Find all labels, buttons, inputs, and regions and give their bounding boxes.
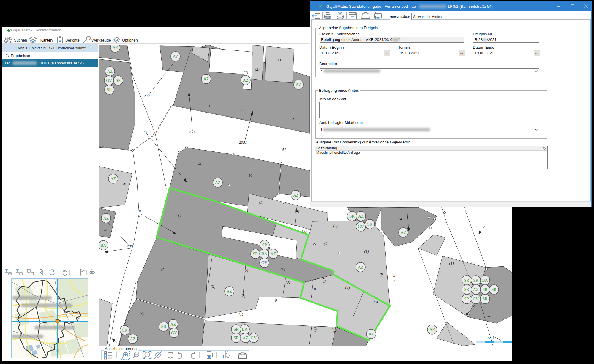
svg-text:AZ: AZ <box>401 230 406 235</box>
svg-text:SR: SR <box>233 327 239 332</box>
svg-text:(4): (4) <box>295 209 299 213</box>
svg-text:(1): (1) <box>449 261 454 265</box>
svg-text:AZ: AZ <box>243 78 249 83</box>
svg-text:116: 116 <box>470 261 476 265</box>
svg-text:SR: SR <box>473 278 478 283</box>
svg-text:AZ: AZ <box>243 336 248 340</box>
svg-text:(2): (2) <box>244 268 248 273</box>
svg-text:AZ: AZ <box>358 214 364 219</box>
svg-text:AZ: AZ <box>473 287 479 292</box>
svg-text:(1): (1) <box>244 70 248 74</box>
svg-text:(1): (1) <box>364 249 369 254</box>
svg-text:14: 14 <box>398 217 402 221</box>
svg-text:2: 2 <box>241 107 244 112</box>
svg-text:GV: GV <box>261 261 267 265</box>
svg-text:2300: 2300 <box>144 94 152 98</box>
svg-text:AZ: AZ <box>110 177 116 181</box>
svg-text:SR: SR <box>262 243 267 247</box>
svg-text:51: 51 <box>282 147 286 152</box>
svg-text:Werkzeuge: Werkzeuge <box>91 38 111 42</box>
svg-text:AZ: AZ <box>271 252 276 256</box>
svg-text:AZ: AZ <box>215 181 221 185</box>
svg-text:AZ: AZ <box>130 337 136 341</box>
svg-text:(1): (1) <box>259 200 263 205</box>
svg-text:(3): (3) <box>285 280 290 284</box>
svg-text:GV: GV <box>251 336 257 340</box>
svg-text:SR: SR <box>464 287 469 292</box>
svg-text:(1): (1) <box>280 267 285 271</box>
svg-text:SR: SR <box>161 325 166 329</box>
svg-text:(1): (1) <box>324 241 328 246</box>
svg-text:AZ: AZ <box>429 327 435 332</box>
svg-text:SR: SR <box>491 287 497 292</box>
svg-text:8: 8 <box>393 274 395 278</box>
svg-text:SR: SR <box>233 336 239 340</box>
svg-text:SR: SR <box>464 297 469 301</box>
svg-text:SR: SR <box>482 297 488 301</box>
svg-text:8: 8 <box>139 209 141 213</box>
svg-text:2380: 2380 <box>189 130 197 134</box>
svg-text:AZ: AZ <box>107 69 113 74</box>
svg-text:1: 1 <box>208 103 211 108</box>
svg-text:(5): (5) <box>373 300 378 304</box>
svg-text:(1): (1) <box>276 58 281 62</box>
svg-text:AZ: AZ <box>113 45 118 50</box>
svg-text:2381: 2381 <box>239 140 247 145</box>
svg-text:SR: SR <box>253 252 258 256</box>
svg-text:SR: SR <box>122 328 127 333</box>
svg-text:Optionen: Optionen <box>122 38 138 42</box>
svg-text:AZ: AZ <box>358 265 364 270</box>
svg-text:200: 200 <box>127 244 133 248</box>
svg-text:AZ: AZ <box>293 193 299 197</box>
svg-text:i: i <box>223 353 225 359</box>
svg-text:Karten: Karten <box>40 38 53 42</box>
svg-text:2: 2 <box>393 279 395 283</box>
svg-text:9: 9 <box>275 298 277 303</box>
svg-text:GV: GV <box>473 297 479 301</box>
svg-text:SR: SR <box>464 278 469 283</box>
svg-text:AZ: AZ <box>103 216 109 221</box>
svg-text:(3): (3) <box>333 224 337 228</box>
svg-text:SR: SR <box>482 287 488 292</box>
svg-text:AZ: AZ <box>296 83 301 87</box>
svg-text:1: 1 <box>139 213 141 218</box>
svg-text:GV: GV <box>358 224 364 229</box>
svg-text:(2): (2) <box>302 229 306 233</box>
svg-text:GV: GV <box>171 331 177 335</box>
svg-text:AZ: AZ <box>369 332 374 336</box>
svg-text:GV: GV <box>106 78 112 83</box>
svg-text:Berichte: Berichte <box>65 38 80 42</box>
svg-text:BA: BA <box>482 278 488 283</box>
svg-text:(3): (3) <box>311 287 316 291</box>
svg-text:AZ: AZ <box>227 289 232 294</box>
svg-text:(1): (1) <box>238 312 243 316</box>
svg-text:AZ: AZ <box>203 77 209 81</box>
svg-text:AZ: AZ <box>173 54 178 59</box>
svg-text:BA: BA <box>261 252 267 256</box>
svg-text:BA: BA <box>100 243 106 248</box>
svg-text:5 m: 5 m <box>487 335 495 340</box>
svg-text:SR: SR <box>367 222 372 227</box>
svg-text:BA: BA <box>242 327 248 332</box>
svg-text:Suchen: Suchen <box>14 38 27 42</box>
svg-text:SR: SR <box>116 78 121 83</box>
svg-text:203: 203 <box>143 129 148 134</box>
svg-text:SR: SR <box>349 214 355 219</box>
svg-text:AZ: AZ <box>170 322 176 327</box>
svg-text:SR: SR <box>107 88 112 92</box>
svg-text:(4): (4) <box>345 285 350 290</box>
svg-text:3: 3 <box>292 116 295 121</box>
svg-text:(2): (2) <box>255 67 259 72</box>
svg-text:16: 16 <box>249 173 253 178</box>
